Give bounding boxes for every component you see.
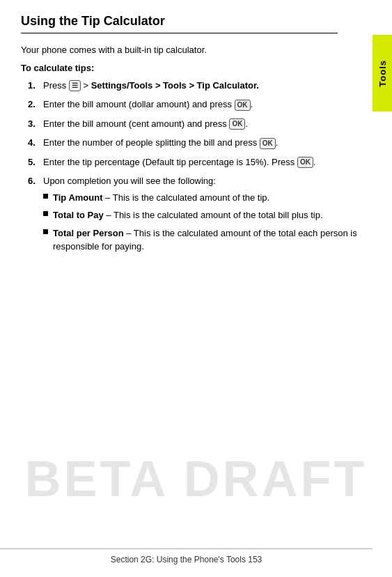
side-tab: Tools [373, 35, 392, 111]
bullet-icon [43, 229, 48, 234]
sub-bullet-list: Tip Amount – This is the calculated amou… [43, 191, 357, 254]
page-wrapper: Tools Using the Tip Calculator Your phon… [0, 0, 392, 577]
bullet-text: Total per Person – This is the calculate… [53, 226, 357, 254]
step-content: Enter the number of people splitting the… [43, 136, 357, 150]
key-icon-ok: OK [235, 100, 251, 111]
main-content: Using the Tip Calculator Your phone come… [0, 0, 392, 548]
key-icon-ok: OK [297, 157, 313, 168]
bullet-icon [43, 211, 48, 216]
list-item: 5. Enter the tip percentage (Default tip… [28, 155, 357, 169]
step-content: Press ☰ > Settings/Tools > Tools > Tip C… [43, 79, 357, 93]
bullet-item: Total per Person – This is the calculate… [43, 226, 357, 254]
list-item: 4. Enter the number of people splitting … [28, 136, 357, 150]
step-number: 4. [28, 136, 43, 150]
step-number: 5. [28, 155, 43, 169]
step-bold: Settings/Tools > Tools > Tip Calculator. [91, 80, 259, 91]
page-title: Using the Tip Calculator [21, 14, 338, 33]
side-tab-label: Tools [377, 60, 388, 87]
bullet-item: Tip Amount – This is the calculated amou… [43, 191, 357, 205]
bullet-text: Tip Amount – This is the calculated amou… [53, 191, 269, 205]
bullet-item: Total to Pay – This is the calculated am… [43, 208, 357, 222]
key-icon-ok: OK [260, 138, 276, 149]
step-number: 1. [28, 79, 43, 93]
footer-text: Section 2G: Using the Phone's Tools 153 [111, 555, 262, 564]
list-item: 2. Enter the bill amount (dollar amount)… [28, 98, 357, 111]
numbered-list: 1. Press ☰ > Settings/Tools > Tools > Ti… [28, 79, 357, 258]
step-number: 6. [28, 174, 43, 258]
footer: Section 2G: Using the Phone's Tools 153 [0, 548, 373, 570]
step-number: 3. [28, 117, 43, 131]
list-item: 3. Enter the bill amount (cent amount) a… [28, 117, 357, 131]
step-content: Upon completion you will see the followi… [43, 174, 357, 258]
list-item: 6. Upon completion you will see the foll… [28, 174, 357, 258]
section-label: To calculate tips: [21, 63, 357, 73]
bullet-icon [43, 194, 48, 199]
step-content: Enter the bill amount (dollar amount) an… [43, 98, 357, 111]
step-content: Enter the bill amount (cent amount) and … [43, 117, 357, 131]
key-icon-menu: ☰ [69, 80, 81, 91]
list-item: 1. Press ☰ > Settings/Tools > Tools > Ti… [28, 79, 357, 93]
step-number: 2. [28, 98, 43, 111]
step-content: Enter the tip percentage (Default tip pe… [43, 155, 357, 169]
intro-text: Your phone comes with a built-in tip cal… [21, 43, 357, 57]
bullet-text: Total to Pay – This is the calculated am… [53, 208, 323, 222]
key-icon-ok: OK [229, 118, 245, 130]
